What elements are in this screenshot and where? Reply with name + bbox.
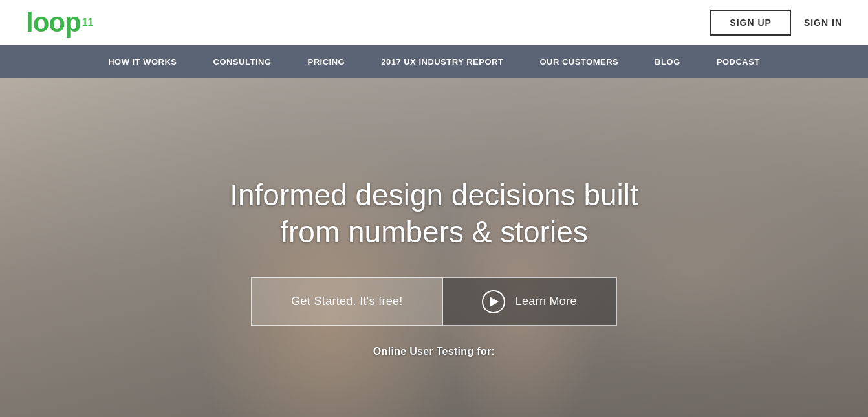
get-started-button[interactable]: Get Started. It's free! (251, 277, 442, 326)
play-icon (482, 290, 505, 313)
header-actions: SIGN UP SIGN IN (710, 10, 842, 36)
nav-item-pricing[interactable]: PRICING (290, 45, 363, 78)
play-triangle (490, 297, 499, 307)
main-nav: HOW IT WORKS CONSULTING PRICING 2017 UX … (0, 45, 868, 78)
logo-superscript: 11 (82, 17, 94, 28)
logo-text: loop (26, 9, 81, 36)
learn-more-label: Learn More (515, 295, 577, 308)
hero-buttons: Get Started. It's free! Learn More (251, 277, 616, 326)
nav-item-podcast[interactable]: PODCAST (699, 45, 778, 78)
hero-title: Informed design decisions built from num… (230, 177, 638, 251)
signup-button[interactable]: SIGN UP (710, 10, 791, 36)
nav-item-how-it-works[interactable]: HOW IT WORKS (90, 45, 195, 78)
logo[interactable]: loop11 (26, 9, 93, 36)
hero-content: Informed design decisions built from num… (0, 78, 868, 417)
learn-more-button[interactable]: Learn More (443, 277, 617, 326)
nav-item-ux-report[interactable]: 2017 UX INDUSTRY REPORT (363, 45, 521, 78)
hero-section: Informed design decisions built from num… (0, 78, 868, 417)
header: loop11 SIGN UP SIGN IN (0, 0, 868, 45)
nav-item-consulting[interactable]: CONSULTING (195, 45, 290, 78)
hero-subtitle: Online User Testing for: (373, 346, 495, 357)
nav-item-blog[interactable]: BLOG (636, 45, 699, 78)
nav-item-our-customers[interactable]: OUR CUSTOMERS (521, 45, 636, 78)
signin-button[interactable]: SIGN IN (804, 17, 842, 28)
